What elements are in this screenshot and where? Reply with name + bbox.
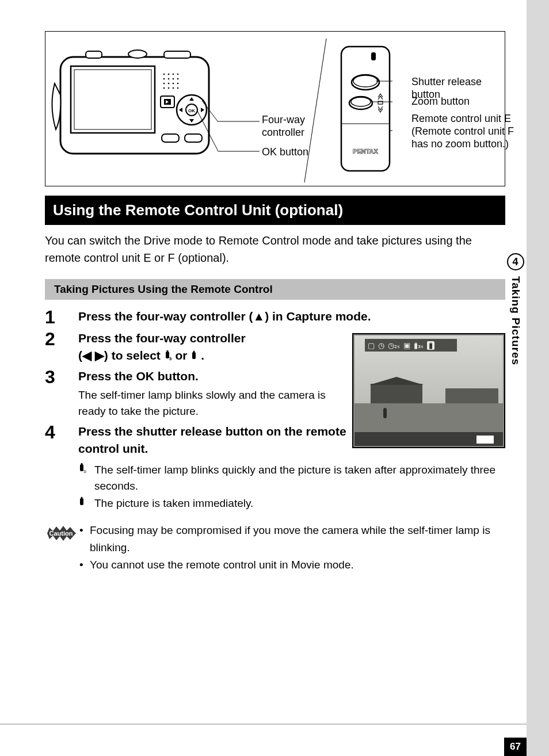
svg-point-10 <box>177 74 179 75</box>
svg-point-22 <box>177 87 179 89</box>
label-remote-unit: Remote control unit E (Remote control un… <box>411 112 521 150</box>
drive-icon-remote: ▮̇ <box>427 341 434 350</box>
svg-point-60 <box>81 497 83 499</box>
svg-point-43 <box>353 75 378 87</box>
svg-point-55 <box>193 351 195 353</box>
label-zoom: Zoom button <box>411 95 470 108</box>
step-1: 1 Press the four-way controller (▲) in C… <box>45 308 505 326</box>
drive-icon-remote3s: ▮̇₃ₛ <box>414 342 424 349</box>
step-number: 4 <box>45 423 78 457</box>
device-diagram: OK Four-way controller OK button <box>45 31 505 186</box>
remote-illustration: PENTAX <box>338 44 392 177</box>
svg-rect-59 <box>80 498 83 505</box>
diagram-divider <box>299 39 333 182</box>
svg-point-13 <box>173 78 174 80</box>
section-title: Using the Remote Control Unit (optional) <box>45 196 505 225</box>
svg-point-9 <box>173 74 174 75</box>
svg-text:3s: 3s <box>169 357 172 361</box>
step-heading: Press the four-way controller (◀ ▶) to s… <box>78 330 354 364</box>
drive-icon-timer2s: ◷₂ₛ <box>388 342 400 349</box>
result-text: The self-timer lamp blinks quickly and t… <box>94 462 505 494</box>
step-heading: Press the shutter release button on the … <box>78 423 354 457</box>
remote-3s-icon: 3s <box>164 350 172 361</box>
svg-point-19 <box>163 87 165 89</box>
svg-point-7 <box>163 74 165 75</box>
svg-text:3s: 3s <box>83 469 86 474</box>
remote-0s-icon <box>78 495 94 511</box>
step-description: The self-timer lamp blinks slowly and th… <box>78 387 354 419</box>
svg-text:Caution: Caution <box>49 530 73 537</box>
intro-paragraph: You can switch the Drive mode to Remote … <box>45 232 482 266</box>
svg-point-18 <box>177 83 179 85</box>
svg-rect-6 <box>164 51 190 58</box>
svg-point-12 <box>168 78 170 80</box>
svg-point-16 <box>168 83 170 85</box>
svg-point-45 <box>351 97 371 106</box>
caution-bullet: You cannot use the remote control unit i… <box>90 556 354 574</box>
svg-point-15 <box>163 83 165 85</box>
chapter-title: Taking Pictures <box>509 276 522 365</box>
drive-icon-continuous: ▣ <box>403 342 410 349</box>
camera-illustration: OK <box>51 43 218 164</box>
svg-rect-34 <box>185 134 202 142</box>
manual-page: OK Four-way controller OK button <box>0 0 527 756</box>
step-number: 3 <box>45 368 78 419</box>
footer-rule <box>0 724 527 724</box>
lead-fourway <box>218 117 263 128</box>
drive-mode-icon-strip: ▢ ◷ ◷₂ₛ ▣ ▮̇₃ₛ ▮̇ <box>365 339 457 352</box>
svg-rect-54 <box>192 352 196 359</box>
svg-point-11 <box>163 78 165 80</box>
svg-rect-33 <box>162 134 179 142</box>
remote-0s-icon <box>190 350 197 361</box>
step-number: 1 <box>45 308 78 326</box>
chapter-tab: 4 Taking Pictures <box>504 253 527 390</box>
step-number: 2 <box>45 330 78 364</box>
lead-ok <box>218 147 263 156</box>
result-text: The picture is taken immediately. <box>94 495 253 511</box>
svg-rect-41 <box>371 52 376 60</box>
brand-text: PENTAX <box>353 148 378 155</box>
steps-list: ▢ ◷ ◷₂ₛ ▣ ▮̇₃ₛ ▮̇ 1 Press the four-way c… <box>45 308 505 574</box>
page-number: 67 <box>504 738 527 756</box>
caution-bullet: Focusing may be compromised if you move … <box>90 522 505 556</box>
lcd-preview-photo: ▢ ◷ ◷₂ₛ ▣ ▮̇₃ₛ ▮̇ <box>352 333 505 448</box>
drive-icon-single: ▢ <box>368 342 375 349</box>
result-notes: 3s The self-timer lamp blinks quickly an… <box>78 462 505 511</box>
svg-point-5 <box>128 50 147 58</box>
remote-3s-icon: 3s <box>78 462 94 494</box>
subsection-title: Taking Pictures Using the Remote Control <box>45 279 505 300</box>
caution-block: Caution •Focusing may be compromised if … <box>45 522 505 574</box>
step-heading: Press the four-way controller (▲) in Cap… <box>78 308 505 325</box>
svg-point-8 <box>168 74 170 75</box>
svg-point-17 <box>173 83 174 85</box>
svg-text:OK: OK <box>188 108 195 113</box>
drive-icon-timer: ◷ <box>378 342 384 349</box>
page-content: OK Four-way controller OK button <box>45 31 505 574</box>
svg-point-14 <box>177 78 179 80</box>
svg-point-20 <box>168 87 170 89</box>
svg-rect-4 <box>86 51 102 58</box>
caution-icon: Caution <box>45 522 79 574</box>
chapter-number: 4 <box>507 253 524 270</box>
svg-rect-2 <box>71 66 155 133</box>
svg-line-39 <box>304 39 326 182</box>
svg-point-21 <box>173 87 174 89</box>
step-heading: Press the OK button. <box>78 368 354 385</box>
